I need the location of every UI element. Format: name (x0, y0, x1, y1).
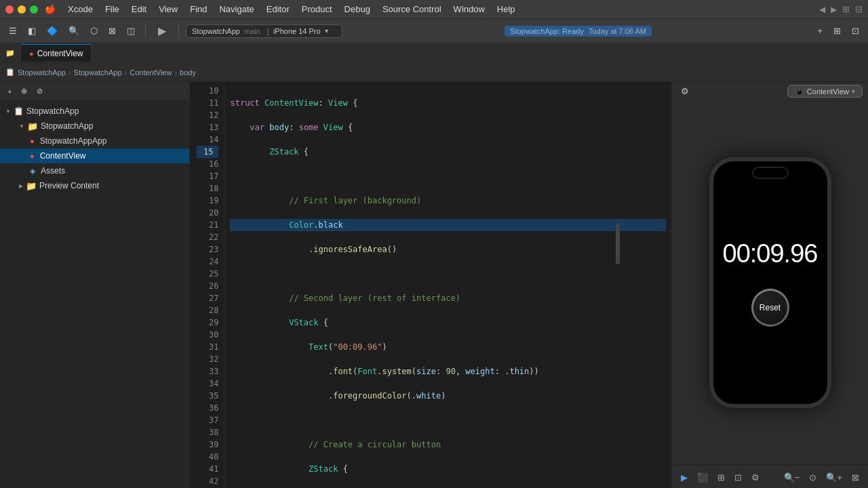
show-navigators-btn[interactable]: ◧ (24, 24, 39, 38)
device-separator: | (267, 26, 269, 36)
tab-label: ContentView (37, 49, 83, 58)
swift-icon: ● (29, 49, 34, 58)
inspector-toggle-btn[interactable]: ⊡ (848, 24, 863, 38)
chevron-down-icon-preview: ▾ (852, 88, 855, 95)
sidebar-item-project-root[interactable]: ▼ 📋 StopwatchApp (0, 104, 189, 119)
project-scheme-label: StopwatchApp (192, 27, 240, 35)
menu-editor[interactable]: Editor (267, 4, 290, 14)
run-button[interactable]: ▶ (153, 22, 172, 41)
preview-device-label: ContentView (807, 87, 849, 96)
sidebar-item-appswift[interactable]: ● StopwatchAppApp (0, 134, 189, 148)
menu-source-control[interactable]: Source Control (382, 4, 441, 14)
sidebar-item-folder[interactable]: ▼ 📁 StopwatchApp (0, 119, 189, 134)
sidebar-item-assets[interactable]: ◈ Assets (0, 163, 189, 178)
reset-button-circle[interactable]: Reset (751, 289, 789, 327)
code-editor[interactable]: 10 11 12 13 14 15 16 17 18 19 20 21 22 2… (190, 82, 671, 488)
preview-settings2-btn[interactable]: ⚙ (748, 470, 763, 485)
menu-bar: 🍎 Xcode File Edit View Find Navigate Edi… (45, 4, 515, 14)
build-status: StopwatchApp: Ready Today at 7:06 AM (505, 26, 652, 37)
menu-help[interactable]: Help (497, 4, 515, 14)
device-selector[interactable]: StopwatchApp main | iPhone 14 Pro ▾ (186, 24, 342, 38)
swift-file-icon-2: ● (30, 152, 35, 160)
breadcrumb-body[interactable]: body (180, 68, 196, 77)
phone-screen: 00:09.96 Reset (713, 161, 827, 404)
sidebar-icon: 📁 (5, 49, 15, 58)
preview-toolbar: ⚙ 📱 ContentView ▾ (672, 82, 868, 101)
sidebar-tree: ▼ 📋 StopwatchApp ▼ 📁 StopwatchApp ● Stop… (0, 101, 189, 488)
swift-file-icon: ● (30, 137, 35, 145)
maximize-btn[interactable] (30, 5, 38, 14)
sidebar-toolbar: + ⊕ ⊘ (0, 82, 189, 101)
close-btn[interactable] (5, 5, 14, 14)
sidebar-item-label-contentview: ContentView (40, 151, 86, 161)
sidebar-filter-btn[interactable]: ⊕ (18, 85, 31, 98)
zoom-in-btn[interactable]: 🔍+ (823, 470, 846, 485)
menu-debug[interactable]: Debug (344, 4, 370, 14)
preview-icon: 📱 (795, 87, 804, 96)
preview-device-orient-btn[interactable]: ⊡ (731, 470, 745, 485)
sidebar-item-label-assets: Assets (41, 166, 65, 176)
navigator-filter-btn[interactable]: 🔍 (65, 24, 83, 38)
hierarchy-btn[interactable]: ⊠ (105, 24, 119, 38)
preview-device-selector[interactable]: 📱 ContentView ▾ (787, 85, 863, 98)
code-content: 10 11 12 13 14 15 16 17 18 19 20 21 22 2… (190, 82, 671, 488)
preview-play-btn[interactable]: ▶ (677, 470, 691, 485)
add-editor-btn[interactable]: + (814, 24, 826, 38)
breadcrumb-stopwatchapp-1[interactable]: StopwatchApp (18, 68, 66, 77)
toolbar-divider-2 (178, 24, 179, 38)
source-btn[interactable]: ◫ (123, 24, 138, 38)
menu-product[interactable]: Product (302, 4, 332, 14)
preview-canvas: 00:09.96 Reset (672, 101, 868, 464)
folder-icon: 📁 (27, 121, 38, 131)
titlebar: 🍎 Xcode File Edit View Find Navigate Edi… (0, 0, 868, 19)
sidebar-sort-btn[interactable]: ⊘ (33, 85, 46, 98)
menu-window[interactable]: Window (454, 4, 485, 14)
traffic-lights (5, 5, 38, 14)
menu-file[interactable]: File (105, 4, 119, 14)
preview-right-tools: 🔍− ⊙ 🔍+ ⊠ (781, 470, 863, 485)
breakpoints-btn[interactable]: 🔷 (43, 24, 61, 38)
menu-find[interactable]: Find (190, 4, 207, 14)
stopwatch-time-display: 00:09.96 (723, 239, 818, 268)
zoom-out-btn[interactable]: 🔍− (781, 470, 804, 485)
folder-icon-2: 📁 (26, 181, 37, 191)
preview-left-tools: ▶ ⬛ ⊞ ⊡ ⚙ (677, 470, 763, 485)
sidebar-item-label-appswift: StopwatchAppApp (40, 136, 107, 146)
sidebar-toggle-btn[interactable]: ☰ (5, 24, 20, 38)
breadcrumb-contentview[interactable]: ContentView (130, 68, 172, 77)
resize-handle[interactable] (616, 224, 620, 264)
zoom-100-btn[interactable]: ⊠ (848, 470, 863, 485)
preview-bottom-toolbar: ▶ ⬛ ⊞ ⊡ ⚙ 🔍− ⊙ 🔍+ ⊠ (672, 464, 868, 488)
menu-apple[interactable]: 🍎 (45, 4, 56, 14)
menu-view[interactable]: View (159, 4, 178, 14)
dynamic-island (753, 168, 787, 178)
bookmark-btn[interactable]: ⬡ (87, 24, 101, 38)
project-icon: 📋 (5, 68, 15, 77)
breadcrumb-stopwatchapp-2[interactable]: StopwatchApp (74, 68, 122, 77)
menu-xcode[interactable]: Xcode (68, 4, 93, 14)
preview-record-btn[interactable]: ⬛ (694, 470, 711, 485)
sidebar-item-label-root: StopwatchApp (26, 106, 79, 116)
sidebar-header: 📁 (0, 44, 21, 62)
tab-contentview[interactable]: ● ContentView (21, 44, 92, 62)
minimize-btn[interactable] (18, 5, 26, 14)
preview-grid-btn[interactable]: ⊞ (714, 470, 728, 485)
code-lines: struct ContentView: View { var body: som… (224, 82, 671, 488)
sidebar-item-label-folder: StopwatchApp (41, 121, 93, 131)
sidebar-item-contentview[interactable]: ● ContentView (0, 148, 189, 163)
sidebar-item-preview[interactable]: ▶ 📁 Preview Content (0, 178, 189, 193)
zoom-fit-btn[interactable]: ⊙ (806, 470, 820, 485)
device-name-label: iPhone 14 Pro (273, 27, 321, 35)
chevron-right-icon: ▶ (19, 183, 23, 189)
reset-button-label: Reset (760, 303, 781, 312)
layout-btn[interactable]: ⊞ (830, 24, 844, 38)
line-numbers: 10 11 12 13 14 15 16 17 18 19 20 21 22 2… (190, 82, 224, 488)
menu-edit[interactable]: Edit (132, 4, 146, 14)
breadcrumb: 📋 StopwatchApp › StopwatchApp › ContentV… (0, 63, 868, 82)
sidebar-add-btn[interactable]: + (4, 85, 15, 98)
reset-button-inner: Reset (753, 291, 787, 325)
chevron-down-icon: ▼ (5, 108, 11, 115)
preview-settings-btn[interactable]: ⚙ (677, 84, 692, 98)
toolbar: ☰ ◧ 🔷 🔍 ⬡ ⊠ ◫ ▶ StopwatchApp main | iPho… (0, 19, 868, 43)
menu-navigate[interactable]: Navigate (219, 4, 254, 14)
